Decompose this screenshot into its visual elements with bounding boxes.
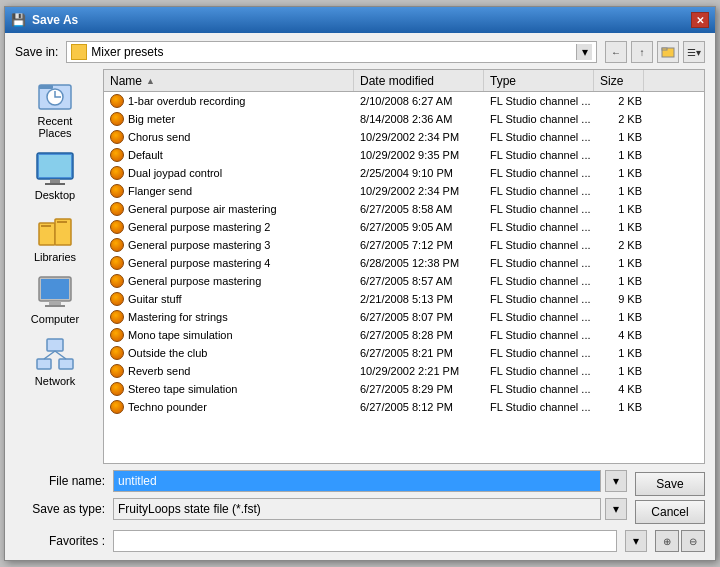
column-header-size[interactable]: Size — [594, 70, 644, 91]
file-name-row: File name: ▾ — [15, 470, 627, 492]
file-type-cell: FL Studio channel ... — [486, 221, 596, 233]
svg-rect-3 — [39, 85, 53, 89]
file-type-cell: FL Studio channel ... — [486, 401, 596, 413]
file-date-cell: 6/28/2005 12:38 PM — [356, 257, 486, 269]
file-icon — [110, 220, 124, 234]
svg-rect-18 — [37, 359, 51, 369]
column-header-date[interactable]: Date modified — [354, 70, 484, 91]
table-row[interactable]: 1-bar overdub recording 2/10/2008 6:27 A… — [104, 92, 704, 110]
table-row[interactable]: General purpose mastering 2 6/27/2005 9:… — [104, 218, 704, 236]
file-date-cell: 6/27/2005 8:21 PM — [356, 347, 486, 359]
svg-rect-14 — [41, 279, 69, 299]
save-as-type-dropdown-btn[interactable]: ▾ — [605, 498, 627, 520]
sidebar-item-libraries[interactable]: Libraries — [19, 209, 91, 267]
svg-rect-6 — [50, 179, 60, 183]
file-icon — [110, 184, 124, 198]
column-header-name[interactable]: Name ▲ — [104, 70, 354, 91]
title-icon: 💾 — [11, 13, 26, 27]
up-button[interactable]: ↑ — [631, 41, 653, 63]
file-name-label: File name: — [15, 474, 105, 488]
save-as-type-input[interactable] — [113, 498, 601, 520]
svg-rect-17 — [47, 339, 63, 351]
table-row[interactable]: Dual joypad control 2/25/2004 9:10 PM FL… — [104, 164, 704, 182]
file-list[interactable]: 1-bar overdub recording 2/10/2008 6:27 A… — [104, 92, 704, 463]
save-in-dropdown[interactable]: Mixer presets ▾ — [66, 41, 597, 63]
file-name-cell: Mastering for strings — [106, 310, 356, 324]
file-date-cell: 6/27/2005 8:07 PM — [356, 311, 486, 323]
sidebar-item-desktop[interactable]: Desktop — [19, 147, 91, 205]
file-icon — [110, 166, 124, 180]
desktop-icon — [35, 151, 75, 187]
file-name-cell: 1-bar overdub recording — [106, 94, 356, 108]
file-name-input[interactable] — [113, 470, 601, 492]
file-name-cell: Mono tape simulation — [106, 328, 356, 342]
table-row[interactable]: General purpose mastering 3 6/27/2005 7:… — [104, 236, 704, 254]
file-date-cell: 6/27/2005 8:58 AM — [356, 203, 486, 215]
file-name-cell: General purpose mastering 4 — [106, 256, 356, 270]
file-name-dropdown-btn[interactable]: ▾ — [605, 470, 627, 492]
view-button[interactable]: ☰▾ — [683, 41, 705, 63]
file-type-cell: FL Studio channel ... — [486, 239, 596, 251]
favorites-add-button[interactable]: ⊕ — [655, 530, 679, 552]
file-date-cell: 6/27/2005 8:57 AM — [356, 275, 486, 287]
sidebar-item-computer[interactable]: Computer — [19, 271, 91, 329]
sidebar-recent-places-label: Recent Places — [23, 115, 87, 139]
file-size-cell: 1 KB — [596, 221, 646, 233]
file-date-cell: 10/29/2002 2:21 PM — [356, 365, 486, 377]
table-row[interactable]: Mono tape simulation 6/27/2005 8:28 PM F… — [104, 326, 704, 344]
file-type-cell: FL Studio channel ... — [486, 95, 596, 107]
close-button[interactable]: ✕ — [691, 12, 709, 28]
file-icon — [110, 202, 124, 216]
table-row[interactable]: General purpose mastering 4 6/28/2005 12… — [104, 254, 704, 272]
favorites-dropdown-btn[interactable]: ▾ — [625, 530, 647, 552]
file-date-cell: 6/27/2005 9:05 AM — [356, 221, 486, 233]
file-name-cell: General purpose mastering 2 — [106, 220, 356, 234]
file-type-cell: FL Studio channel ... — [486, 113, 596, 125]
save-in-dropdown-arrow[interactable]: ▾ — [576, 44, 592, 60]
table-row[interactable]: Default 10/29/2002 9:35 PM FL Studio cha… — [104, 146, 704, 164]
table-row[interactable]: Big meter 8/14/2008 2:36 AM FL Studio ch… — [104, 110, 704, 128]
save-as-type-label: Save as type: — [15, 502, 105, 516]
back-button[interactable]: ← — [605, 41, 627, 63]
file-icon — [110, 382, 124, 396]
save-in-value: Mixer presets — [91, 45, 572, 59]
table-row[interactable]: Stereo tape simulation 6/27/2005 8:29 PM… — [104, 380, 704, 398]
cancel-button[interactable]: Cancel — [635, 500, 705, 524]
file-type-cell: FL Studio channel ... — [486, 365, 596, 377]
sidebar-computer-label: Computer — [31, 313, 79, 325]
recent-places-icon — [35, 77, 75, 113]
table-row[interactable]: Mastering for strings 6/27/2005 8:07 PM … — [104, 308, 704, 326]
favorites-remove-button[interactable]: ⊖ — [681, 530, 705, 552]
table-row[interactable]: General purpose mastering 6/27/2005 8:57… — [104, 272, 704, 290]
sidebar-item-network[interactable]: Network — [19, 333, 91, 391]
file-date-cell: 6/27/2005 7:12 PM — [356, 239, 486, 251]
sidebar-item-recent-places[interactable]: Recent Places — [19, 73, 91, 143]
favorites-input[interactable] — [113, 530, 617, 552]
file-type-cell: FL Studio channel ... — [486, 311, 596, 323]
file-name-cell: General purpose mastering — [106, 274, 356, 288]
column-header-type[interactable]: Type — [484, 70, 594, 91]
table-row[interactable]: Reverb send 10/29/2002 2:21 PM FL Studio… — [104, 362, 704, 380]
table-row[interactable]: Chorus send 10/29/2002 2:34 PM FL Studio… — [104, 128, 704, 146]
action-buttons: Save Cancel — [635, 470, 705, 524]
table-row[interactable]: Flanger send 10/29/2002 2:34 PM FL Studi… — [104, 182, 704, 200]
file-size-cell: 1 KB — [596, 167, 646, 179]
new-folder-button[interactable] — [657, 41, 679, 63]
table-row[interactable]: General purpose air mastering 6/27/2005 … — [104, 200, 704, 218]
file-type-cell: FL Studio channel ... — [486, 275, 596, 287]
file-date-cell: 6/27/2005 8:29 PM — [356, 383, 486, 395]
table-row[interactable]: Techno pounder 6/27/2005 8:12 PM FL Stud… — [104, 398, 704, 416]
file-size-cell: 4 KB — [596, 329, 646, 341]
file-icon — [110, 292, 124, 306]
file-size-cell: 4 KB — [596, 383, 646, 395]
save-as-type-input-container: ▾ — [113, 498, 627, 520]
table-row[interactable]: Outside the club 6/27/2005 8:21 PM FL St… — [104, 344, 704, 362]
file-name-cell: Stereo tape simulation — [106, 382, 356, 396]
libraries-icon — [35, 213, 75, 249]
table-row[interactable]: Guitar stuff 2/21/2008 5:13 PM FL Studio… — [104, 290, 704, 308]
file-size-cell: 1 KB — [596, 131, 646, 143]
svg-rect-19 — [59, 359, 73, 369]
save-button[interactable]: Save — [635, 472, 705, 496]
svg-line-21 — [55, 351, 66, 359]
file-size-cell: 1 KB — [596, 149, 646, 161]
